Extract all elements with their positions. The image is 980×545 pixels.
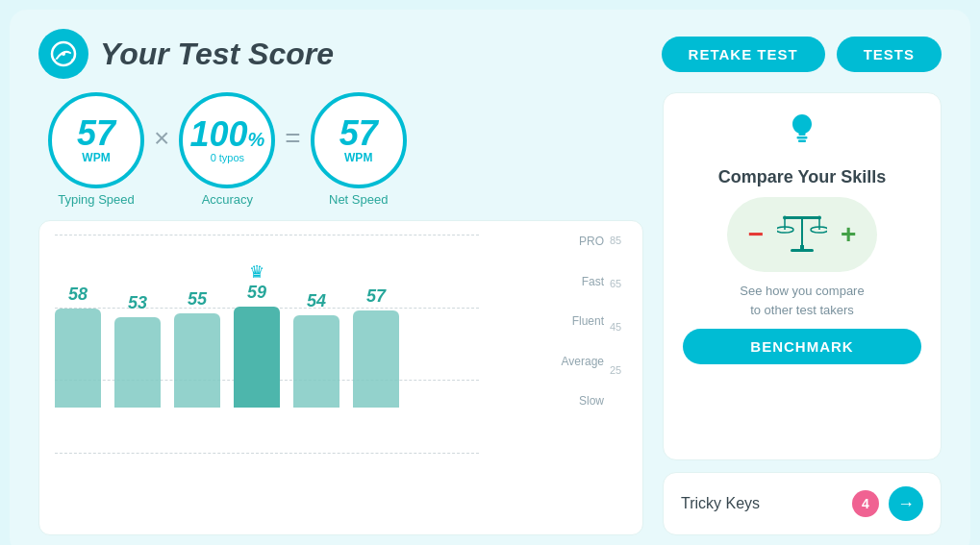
- chart-area: 585355♛595457 PRO Fast Fluent Average Sl…: [38, 220, 643, 535]
- main-container: Your Test Score RETAKE TEST TESTS 57 WPM…: [10, 10, 970, 545]
- main-content: 57 WPM Typing Speed × 100% 0 typos Accur…: [38, 92, 942, 535]
- bar-group: 57: [353, 286, 399, 408]
- bar-group: 54: [293, 291, 339, 408]
- header: Your Test Score RETAKE TEST TESTS: [38, 29, 942, 79]
- bar: [174, 313, 220, 408]
- chart-level-pro: PRO: [556, 235, 604, 248]
- svg-rect-2: [797, 136, 808, 139]
- chart-level-fast: Fast: [556, 275, 604, 288]
- net-speed-block: 57 WPM Net Speed: [311, 92, 407, 207]
- compare-title: Compare Your Skills: [718, 167, 886, 187]
- tests-button[interactable]: TESTS: [837, 37, 942, 72]
- svg-rect-6: [801, 216, 803, 249]
- typing-speed-block: 57 WPM Typing Speed: [48, 92, 144, 207]
- scale-icon: [777, 207, 827, 262]
- tricky-keys-arrow-button[interactable]: →: [889, 486, 923, 521]
- accuracy-circle: 100% 0 typos: [179, 92, 275, 188]
- net-speed-circle: 57 WPM: [311, 92, 407, 188]
- chart-bars: 585355♛595457: [55, 235, 546, 408]
- bar: [353, 310, 399, 408]
- svg-rect-5: [791, 249, 814, 252]
- accuracy-sub: 0 typos: [211, 152, 244, 163]
- right-panel: Compare Your Skills −: [663, 92, 942, 535]
- title-area: Your Test Score: [38, 29, 334, 79]
- net-speed-label: Net Speed: [329, 192, 388, 207]
- retake-test-button[interactable]: RETAKE TEST: [662, 37, 825, 72]
- bar-group: ♛59: [234, 283, 280, 408]
- typing-speed-value: 57: [77, 116, 115, 151]
- svg-rect-7: [785, 216, 819, 219]
- accuracy-block: 100% 0 typos Accuracy: [179, 92, 275, 207]
- compare-description: See how you compare to other test takers: [740, 282, 864, 319]
- accuracy-value: 100%: [189, 117, 264, 152]
- page-title: Your Test Score: [100, 37, 334, 72]
- typing-speed-label: Typing Speed: [58, 192, 135, 207]
- score-row: 57 WPM Typing Speed × 100% 0 typos Accur…: [38, 92, 643, 207]
- crown-icon: ♛: [249, 261, 264, 283]
- bar-value-label: 53: [128, 293, 147, 313]
- header-buttons: RETAKE TEST TESTS: [662, 37, 942, 72]
- bar-value-label: 55: [188, 289, 207, 310]
- bar-value-label: 54: [307, 291, 326, 311]
- lightbulb-icon: [782, 109, 822, 158]
- typing-speed-circle: 57 WPM: [48, 92, 144, 188]
- bar-group: 53: [114, 293, 161, 408]
- multiply-operator: ×: [154, 123, 169, 154]
- scale-area: −: [727, 197, 878, 272]
- svg-point-9: [817, 216, 821, 220]
- svg-rect-3: [798, 140, 806, 143]
- bar-group: 55: [174, 289, 220, 408]
- net-speed-value: 57: [339, 116, 378, 151]
- tricky-keys-row: Tricky Keys 4 →: [663, 472, 942, 535]
- bar: [234, 307, 280, 408]
- chart-level-average: Average: [556, 355, 604, 368]
- bar-value-label: 57: [366, 286, 386, 307]
- bar-value-label: 59: [247, 283, 266, 303]
- svg-point-1: [62, 52, 65, 56]
- tricky-keys-badge: 4: [852, 490, 879, 517]
- compare-card: Compare Your Skills −: [663, 92, 942, 460]
- chart-level-slow: Slow: [556, 394, 604, 408]
- equals-operator: =: [285, 123, 300, 154]
- benchmark-button[interactable]: BENCHMARK: [683, 329, 921, 364]
- svg-point-8: [783, 216, 787, 220]
- speedometer-icon: [38, 29, 88, 79]
- bar: [55, 309, 101, 408]
- chart-level-fluent: Fluent: [556, 314, 604, 328]
- minus-button[interactable]: −: [748, 219, 764, 250]
- bar: [293, 315, 339, 408]
- bar-group: 58: [55, 285, 101, 408]
- bar-value-label: 58: [68, 285, 88, 305]
- left-panel: 57 WPM Typing Speed × 100% 0 typos Accur…: [38, 92, 643, 535]
- accuracy-label: Accuracy: [202, 192, 253, 207]
- tricky-keys-label: Tricky Keys: [681, 495, 760, 512]
- net-speed-unit: WPM: [344, 151, 372, 164]
- typing-speed-unit: WPM: [82, 151, 110, 164]
- bar: [114, 317, 161, 408]
- plus-button[interactable]: +: [841, 219, 856, 250]
